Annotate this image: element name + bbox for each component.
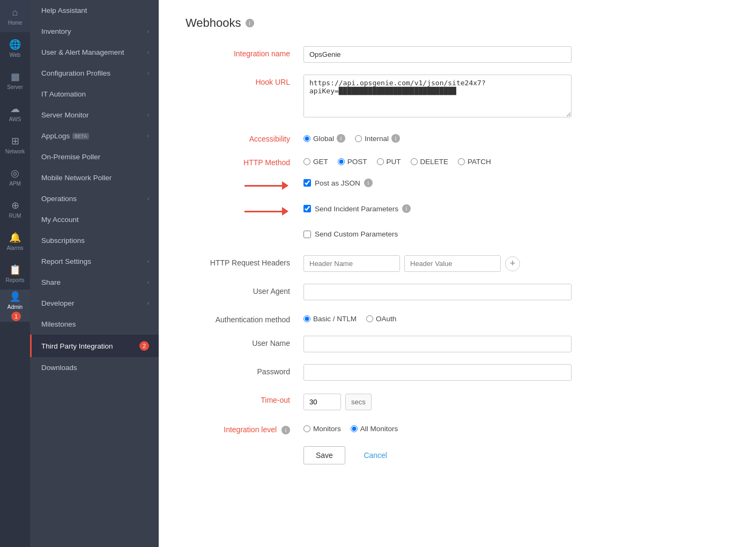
side-menu-item-developer[interactable]: Developer›: [30, 293, 159, 314]
hook-url-row: Hook URL https://api.opsgenie.com/v1/jso…: [186, 75, 729, 120]
side-menu-label-share: Share: [41, 278, 61, 286]
integration-name-field: [303, 46, 572, 63]
accessibility-internal-radio[interactable]: [355, 135, 362, 142]
accessibility-options: Global i Internal i: [303, 131, 572, 143]
side-menu-item-share[interactable]: Share›: [30, 272, 159, 293]
add-header-button[interactable]: +: [505, 256, 520, 271]
side-menu-label-downloads: Downloads: [41, 364, 77, 372]
integration-level-info[interactable]: i: [281, 426, 290, 434]
method-put-radio[interactable]: [377, 158, 384, 165]
chevron-report-settings: ›: [147, 258, 149, 264]
send-incident-checkbox[interactable]: [303, 205, 311, 212]
level-all-monitors-radio[interactable]: [351, 425, 358, 432]
side-menu-item-server-monitor[interactable]: Server Monitor›: [30, 105, 159, 125]
send-custom-option[interactable]: Send Custom Parameters: [303, 230, 572, 238]
username-input[interactable]: [303, 336, 572, 352]
integration-level-row: Integration level i Monitors All Monitor…: [186, 422, 729, 434]
side-menu-item-applogs[interactable]: AppLogsBETA›: [30, 125, 159, 146]
header-name-input[interactable]: [303, 255, 400, 272]
send-incident-info[interactable]: i: [402, 204, 411, 213]
user-agent-field: [303, 284, 572, 300]
nav-icon-alarms[interactable]: 🔔Alarms: [0, 225, 30, 257]
method-patch-option[interactable]: PATCH: [458, 158, 491, 166]
cancel-button[interactable]: Cancel: [352, 447, 399, 464]
post-as-json-row: Post as JSON i: [186, 179, 729, 193]
accessibility-internal-info[interactable]: i: [391, 134, 400, 143]
integration-level-options: Monitors All Monitors: [303, 422, 572, 433]
nav-icon-reports[interactable]: 📋Reports: [0, 257, 30, 290]
auth-oauth-radio[interactable]: [366, 315, 373, 322]
method-delete-radio[interactable]: [411, 158, 418, 165]
chevron-inventory: ›: [147, 28, 149, 34]
http-method-label: HTTP Method: [186, 155, 303, 167]
side-menu-item-inventory[interactable]: Inventory›: [30, 21, 159, 42]
chevron-user-alert-management: ›: [147, 49, 149, 55]
form-actions: Save Cancel: [303, 446, 572, 464]
post-as-json-option[interactable]: Post as JSON i: [303, 179, 572, 187]
side-menu-label-user-alert-management: User & Alert Management: [41, 48, 124, 56]
nav-icon-admin[interactable]: 👤Admin1: [0, 290, 30, 322]
method-post-option[interactable]: POST: [338, 158, 367, 166]
send-incident-row: Send Incident Parameters i: [186, 204, 729, 218]
accessibility-global-option[interactable]: Global i: [303, 134, 345, 143]
auth-method-row: Authentication method Basic / NTLM OAuth: [186, 312, 729, 324]
nav-icon-aws[interactable]: ☁AWS: [0, 97, 30, 129]
nav-icon-server[interactable]: ▦Server: [0, 64, 30, 97]
user-agent-input[interactable]: [303, 284, 572, 300]
side-menu-item-milestones[interactable]: Milestones: [30, 314, 159, 335]
timeout-row: Time-out secs: [186, 393, 729, 410]
auth-basic-radio[interactable]: [303, 315, 310, 322]
accessibility-global-radio[interactable]: [303, 135, 310, 142]
side-menu-item-operations[interactable]: Operations›: [30, 188, 159, 209]
side-menu-item-my-account[interactable]: My Account: [30, 209, 159, 230]
side-menu-item-help-assistant[interactable]: Help Assistant: [30, 0, 159, 21]
auth-oauth-option[interactable]: OAuth: [366, 315, 396, 323]
integration-name-row: Integration name: [186, 46, 729, 63]
password-input[interactable]: [303, 364, 572, 381]
nav-icon-web[interactable]: 🌐Web: [0, 32, 30, 64]
method-get-option[interactable]: GET: [303, 158, 328, 166]
integration-name-input[interactable]: [303, 46, 572, 63]
side-menu-item-report-settings[interactable]: Report Settings›: [30, 251, 159, 272]
side-menu-item-it-automation[interactable]: IT Automation: [30, 84, 159, 105]
side-menu-label-operations: Operations: [41, 195, 77, 203]
send-custom-checkbox[interactable]: [303, 231, 311, 238]
side-menu: Help AssistantInventory›User & Alert Man…: [30, 0, 159, 547]
auth-basic-option[interactable]: Basic / NTLM: [303, 315, 357, 323]
nav-icon-rum[interactable]: ⊕RUM: [0, 193, 30, 225]
side-menu-item-mobile-network-poller[interactable]: Mobile Network Poller: [30, 167, 159, 188]
save-button[interactable]: Save: [303, 446, 345, 464]
chevron-server-monitor: ›: [147, 112, 149, 118]
side-menu-item-third-party-integration[interactable]: Third Party Integration2: [30, 335, 159, 357]
method-post-radio[interactable]: [338, 158, 345, 165]
nav-icon-apm[interactable]: ◎APM: [0, 161, 30, 193]
method-delete-option[interactable]: DELETE: [411, 158, 449, 166]
level-monitors-option[interactable]: Monitors: [303, 425, 341, 433]
post-as-json-checkbox[interactable]: [303, 179, 311, 187]
level-monitors-radio[interactable]: [303, 425, 310, 432]
accessibility-internal-option[interactable]: Internal i: [355, 134, 400, 143]
side-menu-item-on-premise-poller[interactable]: On-Premise Poller: [30, 146, 159, 167]
integration-name-label: Integration name: [186, 46, 303, 58]
side-menu-item-downloads[interactable]: Downloads: [30, 357, 159, 378]
page-title-info-icon[interactable]: i: [246, 19, 254, 27]
header-value-input[interactable]: [404, 255, 501, 272]
method-get-radio[interactable]: [303, 158, 310, 165]
hook-url-input[interactable]: https://api.opsgenie.com/v1/json/site24x…: [303, 75, 572, 117]
nav-icon-home[interactable]: ⌂Home: [0, 0, 30, 32]
accessibility-global-info[interactable]: i: [337, 134, 345, 143]
method-patch-radio[interactable]: [458, 158, 465, 165]
timeout-input[interactable]: [303, 394, 341, 410]
accessibility-label: Accessibility: [186, 131, 303, 143]
send-incident-option[interactable]: Send Incident Parameters i: [303, 204, 572, 213]
page-title: Webhooks i: [186, 16, 729, 30]
post-as-json-info[interactable]: i: [364, 179, 373, 187]
side-menu-item-subscriptions[interactable]: Subscriptions: [30, 230, 159, 251]
send-incident-arrow: [244, 207, 288, 216]
method-put-option[interactable]: PUT: [377, 158, 401, 166]
auth-method-options: Basic / NTLM OAuth: [303, 312, 572, 323]
side-menu-item-configuration-profiles[interactable]: Configuration Profiles›: [30, 63, 159, 84]
level-all-monitors-option[interactable]: All Monitors: [351, 425, 398, 433]
side-menu-item-user-alert-management[interactable]: User & Alert Management›: [30, 42, 159, 63]
nav-icon-network[interactable]: ⊞Network: [0, 129, 30, 161]
